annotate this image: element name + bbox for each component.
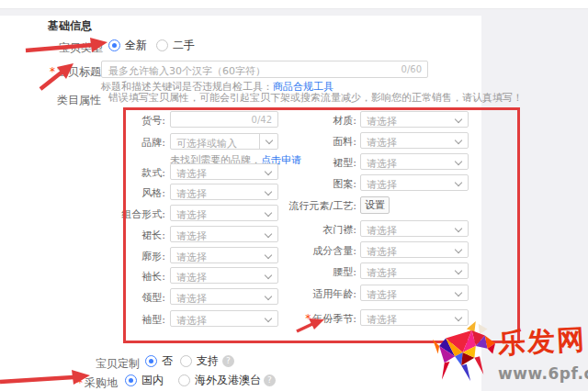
help-icon[interactable]: ? bbox=[264, 374, 276, 386]
radio-label: 支持 bbox=[197, 353, 219, 369]
radio-option[interactable]: 否 bbox=[145, 354, 173, 367]
radio-selected-icon[interactable] bbox=[145, 355, 157, 367]
select-dropdown[interactable]: 请选择 bbox=[360, 241, 469, 258]
select-dropdown[interactable]: 请选择 bbox=[360, 174, 469, 191]
watermark-bull-logo bbox=[433, 318, 504, 387]
placeholder-text: 请选择 bbox=[367, 157, 397, 171]
item-type-label: 宝贝类型 bbox=[0, 40, 103, 56]
radio-option[interactable]: 海外及港澳台 bbox=[178, 374, 261, 386]
radio-unselected-icon[interactable] bbox=[180, 355, 192, 367]
attr-row: 适用年龄请选择 bbox=[0, 285, 481, 302]
watermark-url: www.6pf.cn bbox=[498, 364, 588, 383]
attr-row: 衣门襟请选择 bbox=[0, 220, 481, 238]
select-dropdown[interactable]: 请选择 bbox=[360, 263, 469, 279]
field-label: 材质 bbox=[0, 114, 356, 128]
radio-option[interactable]: 全新 bbox=[108, 39, 147, 51]
purchase-place-label: *采购地 bbox=[0, 375, 118, 391]
select-dropdown[interactable]: 请选择 bbox=[360, 285, 469, 301]
attr-row: *年份季节请选择 bbox=[0, 309, 481, 327]
field-label: *年份季节 bbox=[0, 312, 356, 326]
item-title-counter: 0/60 bbox=[401, 64, 422, 74]
field-label: 衣门襟 bbox=[0, 223, 356, 237]
attr-row: 面料请选择 bbox=[0, 132, 481, 150]
radio-label: 全新 bbox=[125, 38, 147, 53]
chevron-down-icon bbox=[455, 137, 462, 144]
required-asterisk: * bbox=[77, 376, 83, 389]
field-label: 流行元素/工艺 bbox=[0, 199, 356, 213]
radio-option[interactable]: 二手 bbox=[156, 39, 195, 51]
attr-row: 流行元素/工艺设置 bbox=[0, 196, 481, 214]
select-dropdown[interactable]: 请选择 bbox=[360, 153, 469, 170]
radio-option[interactable]: 支持 bbox=[180, 354, 219, 367]
select-dropdown[interactable]: 请选择 bbox=[360, 220, 469, 237]
item-title-input[interactable]: 最多允许输入30个汉字（60字符） 0/60 bbox=[101, 61, 428, 78]
help-icon[interactable]: ? bbox=[222, 355, 234, 367]
page-gap bbox=[0, 9, 588, 16]
placeholder-text: 请选择 bbox=[367, 245, 397, 259]
watermark-brand-text: 乐发网 bbox=[497, 320, 588, 363]
placeholder-text: 请选择 bbox=[367, 224, 397, 238]
chevron-down-icon bbox=[455, 179, 462, 186]
field-label: 裙型 bbox=[0, 156, 356, 170]
category-attrs-label: 类目属性 bbox=[0, 93, 101, 108]
chevron-down-icon bbox=[455, 116, 462, 123]
radio-unselected-icon[interactable] bbox=[156, 39, 168, 51]
radio-selected-icon[interactable] bbox=[125, 374, 137, 386]
field-label: 腰型 bbox=[0, 265, 356, 279]
customization-label: 宝贝定制 bbox=[0, 356, 140, 372]
attr-row: 裙型请选择 bbox=[0, 153, 481, 171]
placeholder-text: 请选择 bbox=[367, 136, 397, 150]
required-asterisk: * bbox=[50, 65, 55, 78]
radio-label: 海外及港澳台 bbox=[195, 373, 261, 388]
field-label: 图案 bbox=[0, 177, 356, 191]
radio-label: 国内 bbox=[141, 373, 164, 388]
attr-row: 腰型请选择 bbox=[0, 263, 481, 280]
top-bar bbox=[0, 0, 588, 9]
chevron-down-icon bbox=[455, 246, 462, 253]
select-dropdown[interactable]: 请选择 bbox=[360, 132, 469, 149]
chevron-down-icon bbox=[455, 158, 462, 165]
placeholder-text: 请选择 bbox=[367, 288, 397, 302]
placeholder-text: 请选择 bbox=[367, 178, 397, 192]
placeholder-text: 请选择 bbox=[367, 115, 397, 128]
category-attrs-notice: 错误填写宝贝属性，可能会引起宝贝下架或搜索流量减少，影响您的正常销售，请认真填写… bbox=[108, 91, 523, 105]
radio-unselected-icon[interactable] bbox=[178, 374, 190, 386]
section-header: 基础信息 bbox=[48, 18, 92, 34]
chevron-down-icon bbox=[455, 289, 462, 296]
required-asterisk: * bbox=[305, 312, 311, 325]
attr-row: 成分含量请选择 bbox=[0, 241, 481, 259]
settings-button[interactable]: 设置 bbox=[360, 196, 390, 214]
field-label: 适用年龄 bbox=[0, 287, 356, 301]
radio-label: 否 bbox=[162, 353, 173, 369]
select-dropdown[interactable]: 请选择 bbox=[360, 111, 469, 128]
chevron-down-icon bbox=[455, 225, 462, 232]
attr-row: 图案请选择 bbox=[0, 174, 481, 192]
placeholder-text: 请选择 bbox=[367, 313, 397, 327]
placeholder-text: 请选择 bbox=[367, 266, 397, 280]
item-title-label: *宝贝标题 bbox=[0, 64, 101, 80]
item-title-placeholder: 最多允许输入30个汉字（60字符） bbox=[108, 64, 266, 78]
radio-option[interactable]: 国内 bbox=[125, 374, 164, 386]
radio-selected-icon[interactable] bbox=[108, 39, 120, 51]
radio-label: 二手 bbox=[173, 38, 195, 53]
attr-row: 材质请选择 bbox=[0, 111, 481, 128]
field-label: 成分含量 bbox=[0, 244, 356, 258]
field-label: 面料 bbox=[0, 135, 356, 149]
chevron-down-icon bbox=[455, 267, 462, 274]
